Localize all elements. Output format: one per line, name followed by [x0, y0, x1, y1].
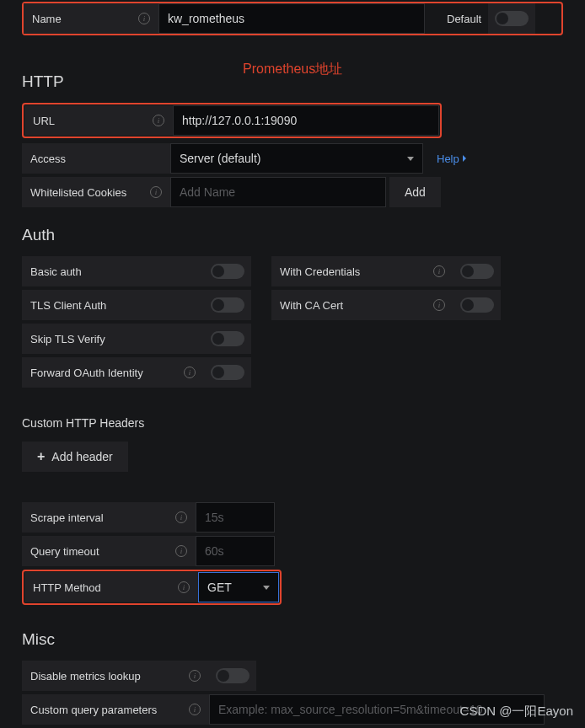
info-icon[interactable]: i	[153, 115, 164, 126]
skip-tls-toggle[interactable]	[211, 331, 244, 346]
auth-basic-row: Basic auth	[22, 256, 251, 286]
http-method-row: HTTP Method i GET	[22, 570, 282, 605]
basic-auth-toggle[interactable]	[211, 264, 244, 279]
query-timeout-label-box: Query timeout i	[22, 536, 196, 566]
misc-section-title: Misc	[22, 630, 563, 649]
name-input[interactable]	[158, 3, 425, 34]
disable-lookup-row: Disable metrics lookup i	[22, 661, 563, 691]
skip-tls-label: Skip TLS Verify	[30, 333, 105, 345]
auth-ca-cert-row: With CA Certi	[271, 290, 501, 320]
auth-forward-oauth-row: Forward OAuth Identityi	[22, 357, 251, 388]
info-icon[interactable]: i	[189, 704, 201, 715]
http-method-label: HTTP Method	[33, 581, 101, 594]
name-label: Name	[32, 13, 62, 25]
info-icon[interactable]: i	[189, 670, 201, 682]
http-method-select[interactable]: GET	[198, 572, 279, 602]
watermark: CSDN @一阳Eayon	[460, 704, 573, 720]
access-label: Access	[30, 153, 66, 165]
credentials-label: With Credentials	[280, 265, 360, 278]
access-row: Access Server (default) Help	[22, 143, 563, 174]
custom-params-label: Custom query parameters	[30, 704, 157, 716]
default-label: Default	[447, 13, 481, 25]
query-timeout-row: Query timeout i	[22, 536, 563, 566]
auth-skip-tls-row: Skip TLS Verify	[22, 324, 251, 354]
tls-client-label: TLS Client Auth	[30, 299, 106, 312]
url-label: URL	[33, 115, 55, 127]
auth-grid: Basic auth With Credentialsi TLS Client …	[22, 256, 563, 388]
forward-oauth-toggle[interactable]	[211, 365, 244, 380]
custom-params-label-box: Custom query parameters i	[22, 694, 209, 725]
query-timeout-label: Query timeout	[30, 545, 99, 558]
info-icon[interactable]: i	[138, 13, 150, 24]
default-toggle-wrap	[488, 3, 535, 34]
auth-section-title: Auth	[22, 226, 563, 244]
access-select[interactable]: Server (default)	[170, 143, 423, 174]
chevron-right-icon	[463, 155, 466, 162]
ca-cert-label: With CA Cert	[280, 299, 343, 312]
url-label-box: URL i	[24, 105, 173, 136]
chevron-down-icon	[407, 157, 414, 161]
access-value: Server (default)	[180, 152, 260, 165]
auth-credentials-row: With Credentialsi	[271, 256, 501, 286]
access-label-box: Access	[22, 143, 170, 174]
info-icon[interactable]: i	[175, 545, 187, 557]
url-input[interactable]	[173, 105, 439, 136]
custom-headers-title: Custom HTTP Headers	[22, 416, 563, 430]
cookies-label-box: Whitelisted Cookies i	[22, 177, 170, 207]
name-label-box: Name i	[24, 3, 158, 34]
scrape-interval-input[interactable]	[196, 502, 275, 533]
disable-lookup-toggle[interactable]	[216, 668, 250, 683]
add-cookie-button[interactable]: Add	[389, 177, 441, 207]
auth-tls-client-row: TLS Client Auth	[22, 290, 251, 320]
forward-oauth-label: Forward OAuth Identity	[30, 367, 143, 379]
http-method-label-box: HTTP Method i	[24, 572, 198, 602]
cookies-input[interactable]	[170, 177, 386, 207]
scrape-interval-label: Scrape interval	[30, 511, 104, 524]
tls-client-toggle[interactable]	[211, 297, 244, 313]
plus-icon: +	[37, 449, 45, 464]
credentials-toggle[interactable]	[460, 264, 494, 279]
query-timeout-input[interactable]	[196, 536, 275, 566]
annotation-text: Prometheus地址	[243, 61, 342, 78]
ca-cert-toggle[interactable]	[460, 297, 494, 313]
info-icon[interactable]: i	[433, 265, 445, 277]
info-icon[interactable]: i	[175, 511, 187, 523]
cookies-row: Whitelisted Cookies i Add	[22, 177, 563, 207]
basic-auth-label: Basic auth	[30, 265, 82, 278]
scrape-interval-row: Scrape interval i	[22, 502, 563, 533]
disable-lookup-label-box: Disable metrics lookup i	[22, 661, 209, 691]
info-icon[interactable]: i	[178, 581, 190, 593]
info-icon[interactable]: i	[433, 299, 445, 311]
disable-lookup-label: Disable metrics lookup	[30, 670, 141, 682]
chevron-down-icon	[263, 586, 270, 590]
scrape-interval-label-box: Scrape interval i	[22, 502, 196, 533]
help-link[interactable]: Help	[437, 153, 466, 165]
info-icon[interactable]: i	[150, 186, 162, 198]
cookies-label: Whitelisted Cookies	[30, 186, 126, 199]
http-method-value: GET	[207, 581, 232, 594]
add-header-button[interactable]: + Add header	[22, 442, 128, 472]
url-row: URL i	[22, 103, 442, 138]
info-icon[interactable]: i	[184, 367, 196, 378]
default-toggle[interactable]	[495, 11, 529, 26]
